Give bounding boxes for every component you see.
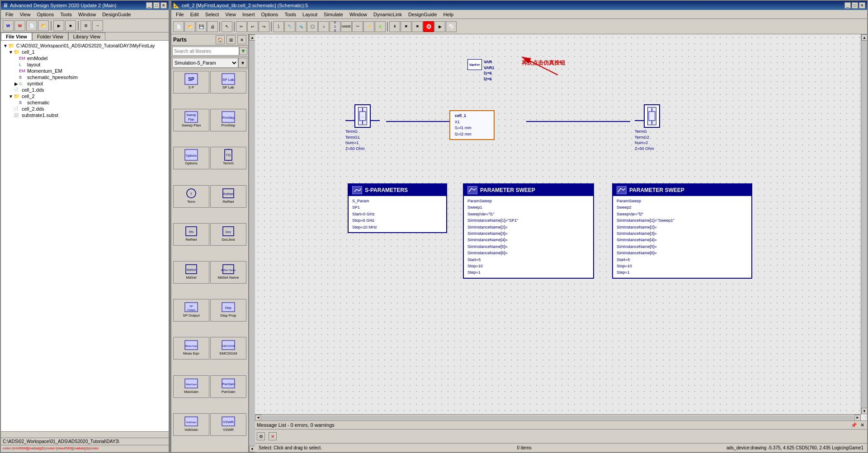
termg1-component[interactable]: ~ TermG TermG1 Num=1 Z=50 Ohm: [345, 104, 380, 151]
cell1-instance[interactable]: cell_1 X1 l1=l1 mm l2=l2 mm: [449, 110, 495, 140]
s-param-block[interactable]: S-PARAMETERS S_Param SP1 Start=0 GHz Sto…: [348, 183, 447, 233]
tree-schematic[interactable]: S schematic: [3, 99, 167, 106]
btn-simulate-run[interactable]: ⚙: [423, 21, 434, 32]
menu-options[interactable]: Options: [34, 11, 57, 18]
btn-r-comp1[interactable]: 🔧: [284, 21, 295, 32]
tab-folder-view[interactable]: Folder View: [32, 33, 68, 40]
btn-r-wave2[interactable]: ⚡: [363, 21, 374, 32]
close-btn[interactable]: ✕: [160, 2, 167, 9]
parts-search-input[interactable]: [172, 47, 239, 56]
btn-r-undo[interactable]: ↩: [247, 21, 258, 32]
part-prmstep[interactable]: PrmStep PrmStep: [210, 109, 246, 131]
param-sweep1-block[interactable]: PARAMETER SWEEP ParamSweep Sweep1 SweepV…: [463, 183, 594, 279]
btn-r-cut[interactable]: ✂: [236, 21, 247, 32]
right-maximize-btn[interactable]: □: [852, 2, 858, 9]
parts-home-btn[interactable]: 🏠: [216, 35, 225, 44]
parts-filter-btn[interactable]: ▼: [239, 47, 247, 55]
termg2-component[interactable]: TermG TermG2 Num=2 Z=50 Ohm: [635, 104, 660, 151]
btn-stop[interactable]: ■: [65, 20, 76, 31]
btn-r-var[interactable]: 010: [330, 21, 340, 32]
parts-close-btn[interactable]: ✕: [237, 35, 246, 44]
part-pwrgain[interactable]: PwrGain PwrGain: [210, 375, 246, 398]
tree-layout[interactable]: L layout: [3, 61, 167, 68]
tab-file-view[interactable]: File View: [1, 33, 32, 40]
btn-r-chart[interactable]: 📈: [446, 21, 457, 32]
part-vswr[interactable]: VSWR VSWR: [210, 413, 246, 436]
btn-r-wave1[interactable]: 〜: [352, 21, 363, 32]
btn-tool2[interactable]: ~: [92, 20, 103, 31]
parts-grid-btn[interactable]: ⊞: [226, 35, 236, 44]
btn-new[interactable]: 📄: [26, 20, 37, 31]
btn-r-ground[interactable]: ⏚: [318, 21, 329, 32]
btn-r-pointer[interactable]: ↖: [222, 21, 232, 32]
parts-scrollbar[interactable]: ▲ ▼: [249, 34, 255, 452]
part-docjest[interactable]: Doc DocJest: [210, 223, 246, 246]
part-dispprop[interactable]: Disp Disp Prop: [210, 299, 246, 322]
menu-window[interactable]: Window: [75, 11, 99, 18]
btn-r-open[interactable]: 📂: [184, 21, 195, 32]
maximize-btn[interactable]: □: [153, 2, 160, 9]
btn-r-wave3[interactable]: 🔋: [375, 21, 386, 32]
btn-r-redo[interactable]: ↪: [259, 21, 269, 32]
part-sweepplan[interactable]: Sweep Plan Sweep Plan: [173, 109, 209, 131]
param-sweep2-block[interactable]: PARAMETER SWEEP ParamSweep Sweep2 SweepV…: [612, 183, 752, 279]
menu-r-select[interactable]: Select: [203, 11, 222, 18]
minimize-btn[interactable]: _: [146, 2, 152, 9]
btn-tool1[interactable]: ⚙: [80, 20, 91, 31]
menu-view[interactable]: View: [17, 11, 33, 18]
menu-r-view[interactable]: View: [222, 11, 239, 18]
menu-r-edit[interactable]: Edit: [188, 11, 202, 18]
parts-category-select[interactable]: Simulation-S_Param: [172, 58, 238, 68]
tree-root[interactable]: ▼ 📁 C:\ADS\02_Workspace\01_ADS\ADS2020_T…: [3, 42, 167, 49]
part-refnet[interactable]: RefNet RefNet: [210, 185, 246, 208]
tab-library-view[interactable]: Library View: [68, 33, 105, 40]
msg-close-icon[interactable]: ✕: [859, 422, 865, 428]
parts-expand-btn[interactable]: ▼: [238, 58, 247, 68]
menu-r-designguide[interactable]: DesignGuide: [406, 11, 440, 18]
right-close-btn[interactable]: ✕: [859, 2, 865, 9]
menu-r-file[interactable]: File: [173, 11, 187, 18]
menu-r-window[interactable]: Window: [347, 11, 370, 18]
tree-cell2[interactable]: ▼ 📁 cell_2: [3, 93, 167, 99]
part-measeqn[interactable]: Meas Eqn Meas Eqn: [173, 337, 209, 360]
menu-r-tools[interactable]: Tools: [282, 11, 299, 18]
msg-pin-icon[interactable]: 📌: [851, 422, 857, 428]
menu-designguide[interactable]: DesignGuide: [99, 11, 134, 18]
msg-gear-icon[interactable]: ⚙: [257, 432, 265, 440]
v-scrollbar[interactable]: ▲ ▼: [861, 34, 867, 414]
btn-r-dl3[interactable]: ✖: [412, 21, 423, 32]
h-scrollbar[interactable]: ◄ ►: [255, 414, 861, 420]
part-voltgain[interactable]: VoltGain VoltGain: [173, 413, 209, 436]
menu-r-insert[interactable]: Insert: [240, 11, 258, 18]
menu-file[interactable]: File: [3, 11, 16, 18]
part-spoutput[interactable]: SP Output SP Output: [173, 299, 209, 322]
btn-r-comp3[interactable]: ◯: [307, 21, 318, 32]
menu-r-simulate[interactable]: Simulate: [321, 11, 346, 18]
btn-w1[interactable]: W: [3, 20, 14, 31]
part-options[interactable]: Options Options: [173, 147, 209, 169]
menu-tools[interactable]: Tools: [57, 11, 75, 18]
btn-r-save[interactable]: 💾: [196, 21, 207, 32]
menu-r-dynamiclink[interactable]: DynamicLink: [371, 11, 405, 18]
btn-r-stop2[interactable]: ▶: [434, 21, 445, 32]
btn-r-dl1[interactable]: ⬇: [389, 21, 400, 32]
btn-simulate[interactable]: ▶: [53, 20, 64, 31]
tree-symbol[interactable]: ▶ ◇ symbol: [3, 80, 167, 87]
btn-r-new[interactable]: 📄: [173, 21, 184, 32]
tree-cell1dds[interactable]: 📄 cell_1.dds: [3, 87, 167, 93]
part-termg[interactable]: TG TermG: [210, 147, 246, 169]
tree-hscroll[interactable]: [1, 431, 169, 438]
tree-cell1[interactable]: ▼ 📁 cell_1: [3, 49, 167, 55]
part-term[interactable]: T Term: [173, 185, 209, 208]
part-refnet2[interactable]: RN RefNet: [173, 223, 209, 246]
tree-schematic-hpee[interactable]: S schematic_hpeesofsim: [3, 74, 167, 80]
menu-r-help[interactable]: Help: [441, 11, 457, 18]
btn-r-wire[interactable]: ⤵: [273, 21, 284, 32]
part-sp[interactable]: SP S P: [173, 71, 209, 93]
tree-cell2dds[interactable]: 📄 cell_2.dds: [3, 106, 167, 112]
right-minimize-btn[interactable]: _: [844, 2, 851, 9]
btn-r-name[interactable]: NAME: [341, 21, 352, 32]
menu-r-options[interactable]: Options: [258, 11, 281, 18]
schematic-canvas[interactable]: VarEqn VAR VAR1 l1=6 l2=6 再次点击仿真: [255, 34, 867, 420]
part-emcosim[interactable]: EMC0S1M EMC0S1M: [210, 337, 246, 360]
